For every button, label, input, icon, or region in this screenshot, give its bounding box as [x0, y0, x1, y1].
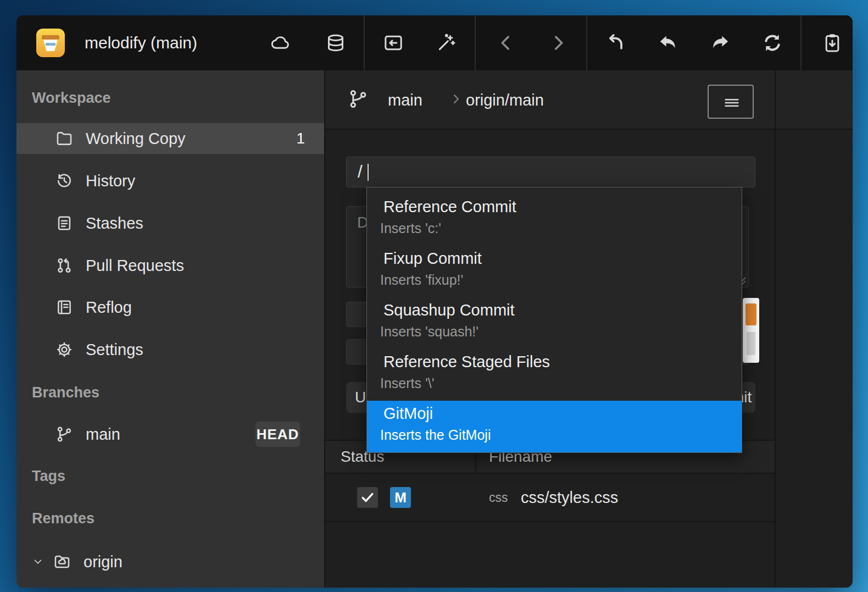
- gitmoji-preview: [743, 298, 759, 363]
- autocomplete-dropdown: Reference Commit Inserts 'c:' Fixup Comm…: [366, 187, 742, 453]
- sidebar-item-settings[interactable]: Settings: [16, 334, 324, 365]
- desktop: melodify (main): [0, 0, 868, 592]
- sidebar-item-label: Stashes: [86, 208, 143, 239]
- autocomplete-item-gitmoji[interactable]: GitMoji Inserts the GitMoji: [367, 401, 742, 452]
- upstream-branch[interactable]: origin/main: [466, 70, 544, 130]
- sidebar-item-branch-main[interactable]: main HEAD: [16, 419, 324, 450]
- app-icon-detail: [42, 35, 59, 40]
- toolbar-separator: [364, 15, 365, 70]
- open-repo-icon[interactable]: [382, 32, 404, 54]
- text-caret: [368, 164, 369, 181]
- sidebar-header-tags: Tags: [32, 466, 65, 486]
- autocomplete-item-subtitle: Inserts 'squash!': [380, 322, 742, 341]
- sidebar-item-label: origin: [84, 546, 123, 577]
- toolbar-separator: [800, 15, 802, 70]
- app-icon: [36, 29, 65, 57]
- sidebar-item-origin[interactable]: origin: [16, 546, 324, 577]
- autocomplete-item-subtitle: Inserts the GitMoji: [380, 425, 742, 445]
- autocomplete-item-title: Reference Commit: [383, 194, 742, 218]
- working-copy-count: 1: [296, 123, 305, 154]
- autocomplete-item-title: Fixup Commit: [383, 246, 742, 270]
- stashes-icon: [55, 214, 74, 233]
- redo-icon[interactable]: [709, 32, 731, 54]
- sidebar-item-label: History: [86, 165, 135, 196]
- pull-requests-icon: [55, 256, 74, 275]
- branch-icon: [55, 425, 74, 444]
- autocomplete-item-squashup-commit[interactable]: Squashup Commit Inserts 'squash!': [367, 297, 742, 349]
- toolbar-separator: [586, 15, 587, 70]
- gitmoji-preview-art: [747, 332, 755, 355]
- file-row-css-styles[interactable]: M css css/styles.css: [324, 474, 775, 522]
- head-badge: HEAD: [255, 422, 300, 447]
- sidebar-item-label: Pull Requests: [86, 250, 184, 281]
- autocomplete-item-reference-staged-files[interactable]: Reference Staged Files Inserts '\': [367, 349, 742, 401]
- chevron-right-icon: [449, 92, 463, 106]
- commit-message-input[interactable]: /: [346, 157, 755, 187]
- sidebar-item-pull-requests[interactable]: Pull Requests: [16, 250, 324, 281]
- panel-divider: [775, 70, 776, 588]
- sidebar-item-label: Reflog: [86, 292, 132, 323]
- autocomplete-item-title: Reference Staged Files: [383, 349, 742, 373]
- autocomplete-item-subtitle: Inserts 'c:': [380, 218, 742, 238]
- sidebar-item-stashes[interactable]: Stashes: [16, 208, 324, 239]
- clipboard-arrow-icon[interactable]: [821, 32, 843, 54]
- folder-icon: [55, 129, 74, 148]
- cloud-icon[interactable]: [270, 32, 292, 54]
- sidebar-header-remotes: Remotes: [32, 508, 94, 528]
- gear-icon: [55, 340, 74, 359]
- branch-menu-button[interactable]: [708, 85, 754, 119]
- autocomplete-item-title: GitMoji: [383, 401, 742, 425]
- reflog-icon: [55, 298, 74, 317]
- remote-folder-icon: [53, 552, 71, 571]
- autocomplete-item-reference-commit[interactable]: Reference Commit Inserts 'c:': [367, 194, 742, 246]
- autocomplete-item-subtitle: Inserts 'fixup!': [380, 270, 742, 290]
- sidebar-item-label: Settings: [86, 334, 143, 365]
- undo-icon[interactable]: [657, 32, 679, 54]
- sidebar-item-working-copy[interactable]: Working Copy 1: [16, 123, 324, 154]
- drive-icon[interactable]: [325, 32, 347, 54]
- sidebar-item-label: main: [86, 419, 120, 450]
- sidebar-item-history[interactable]: History: [16, 165, 324, 196]
- titlebar: melodify (main): [16, 15, 853, 70]
- sidebar-item-label: Working Copy: [86, 123, 186, 154]
- app-icon-detail: [46, 43, 55, 46]
- sidebar-divider: [324, 70, 325, 588]
- stage-checkbox[interactable]: [357, 487, 378, 508]
- window-title: melodify (main): [85, 15, 197, 70]
- pull-icon[interactable]: [605, 32, 627, 54]
- toolbar-separator: [475, 15, 476, 70]
- magic-wand-icon[interactable]: [435, 32, 457, 54]
- nav-back-icon[interactable]: [495, 32, 517, 54]
- sidebar-header-branches: Branches: [32, 383, 99, 402]
- current-branch[interactable]: main: [388, 70, 422, 130]
- history-icon: [55, 171, 74, 190]
- gitmoji-preview-art: [745, 303, 756, 325]
- chevron-down-icon[interactable]: [32, 556, 44, 568]
- nav-forward-icon[interactable]: [547, 32, 569, 54]
- autocomplete-item-subtitle: Inserts '\': [380, 373, 742, 393]
- sidebar-header-workspace: Workspace: [32, 88, 111, 108]
- branch-icon: [347, 88, 369, 110]
- app-window: melodify (main): [16, 15, 853, 588]
- file-type-label: css: [489, 474, 508, 521]
- sidebar-item-reflog[interactable]: Reflog: [16, 292, 324, 323]
- autocomplete-item-title: Squashup Commit: [383, 297, 742, 322]
- autocomplete-item-fixup-commit[interactable]: Fixup Commit Inserts 'fixup!': [367, 246, 742, 297]
- sync-icon[interactable]: [761, 32, 783, 54]
- commit-message-value: /: [358, 157, 363, 187]
- file-name: css/styles.css: [521, 474, 618, 521]
- modified-status-badge: M: [390, 487, 411, 508]
